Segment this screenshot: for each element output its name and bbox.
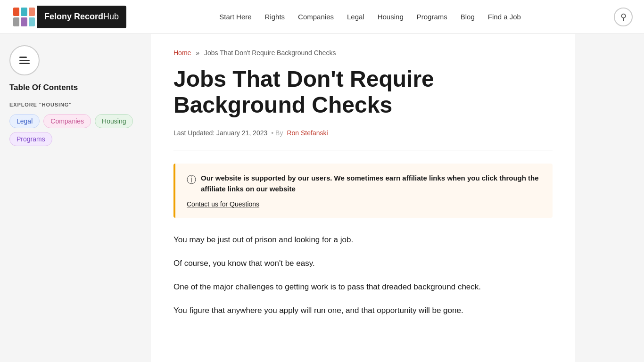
article-body: You may be just out of prison and lookin…: [173, 233, 553, 317]
nav-legal[interactable]: Legal: [347, 13, 364, 21]
nav-blog[interactable]: Blog: [461, 13, 475, 21]
body-paragraph-4: You figure that anywhere you apply will …: [173, 304, 553, 318]
logo-square-1: [13, 8, 19, 16]
hamburger-line-2: [19, 60, 30, 61]
logo-square-6: [29, 17, 35, 26]
logo-square-3: [29, 8, 35, 16]
toc-title: Table Of Contents: [9, 83, 141, 92]
hamburger-line-3: [19, 63, 30, 64]
nav-companies[interactable]: Companies: [298, 13, 334, 21]
nav-programs[interactable]: Programs: [417, 13, 447, 21]
last-updated: Last Updated: January 21, 2023: [173, 129, 267, 137]
search-button[interactable]: ⚲: [614, 8, 633, 26]
hamburger-icon: [19, 57, 30, 64]
body-paragraph-1: You may be just out of prison and lookin…: [173, 233, 553, 247]
affiliate-notice-box: ⓘ Our website is supported by our users.…: [173, 164, 553, 218]
hamburger-line-1: [19, 57, 27, 58]
page-title: Jobs That Don't Require Background Check…: [173, 66, 553, 118]
breadcrumb-separator: »: [196, 49, 199, 57]
meta-dot: • By: [271, 129, 283, 137]
tag-legal[interactable]: Legal: [9, 114, 40, 128]
tag-list: Legal Companies Housing Programs: [9, 114, 141, 146]
site-logo[interactable]: Felony Record Hub: [11, 6, 126, 28]
affiliate-header: ⓘ Our website is supported by our users.…: [187, 173, 541, 194]
article-meta: Last Updated: January 21, 2023 • By Ron …: [173, 129, 553, 150]
info-icon: ⓘ: [187, 173, 196, 186]
logo-square-5: [21, 17, 27, 26]
nav-rights[interactable]: Rights: [265, 13, 285, 21]
logo-text: Felony Record Hub: [37, 6, 126, 28]
toc-toggle-button[interactable]: [9, 45, 40, 75]
main-content: Home » Jobs That Don't Require Backgroun…: [151, 34, 575, 362]
logo-squares: [11, 6, 37, 28]
logo-brand: Felony Record: [44, 12, 103, 22]
tag-companies[interactable]: Companies: [43, 114, 91, 128]
logo-suffix: Hub: [103, 12, 119, 22]
nav-find-a-job[interactable]: Find a Job: [488, 13, 521, 21]
breadcrumb: Home » Jobs That Don't Require Backgroun…: [173, 49, 553, 57]
affiliate-contact-link[interactable]: Contact us for Questions: [187, 200, 259, 208]
body-paragraph-3: One of the major challenges to getting w…: [173, 280, 553, 294]
main-nav: Start Here Rights Companies Legal Housin…: [219, 13, 521, 21]
tag-programs[interactable]: Programs: [9, 132, 52, 146]
site-header: Felony Record Hub Start Here Rights Comp…: [0, 0, 644, 34]
sidebar: Table Of Contents EXPLORE "HOUSING" Lega…: [0, 34, 151, 362]
body-paragraph-2: Of course, you know that won't be easy.: [173, 256, 553, 271]
nav-housing[interactable]: Housing: [378, 13, 404, 21]
tag-housing[interactable]: Housing: [95, 114, 133, 128]
logo-square-4: [13, 17, 19, 26]
affiliate-notice-text: Our website is supported by our users. W…: [201, 173, 541, 194]
author-link[interactable]: Ron Stefanski: [287, 129, 328, 137]
nav-start-here[interactable]: Start Here: [219, 13, 251, 21]
breadcrumb-home[interactable]: Home: [173, 49, 191, 57]
search-icon: ⚲: [620, 12, 627, 22]
main-layout: Table Of Contents EXPLORE "HOUSING" Lega…: [0, 34, 644, 362]
logo-square-2: [21, 8, 27, 16]
breadcrumb-current: Jobs That Don't Require Background Check…: [204, 49, 336, 57]
explore-label: EXPLORE "HOUSING": [9, 102, 141, 107]
